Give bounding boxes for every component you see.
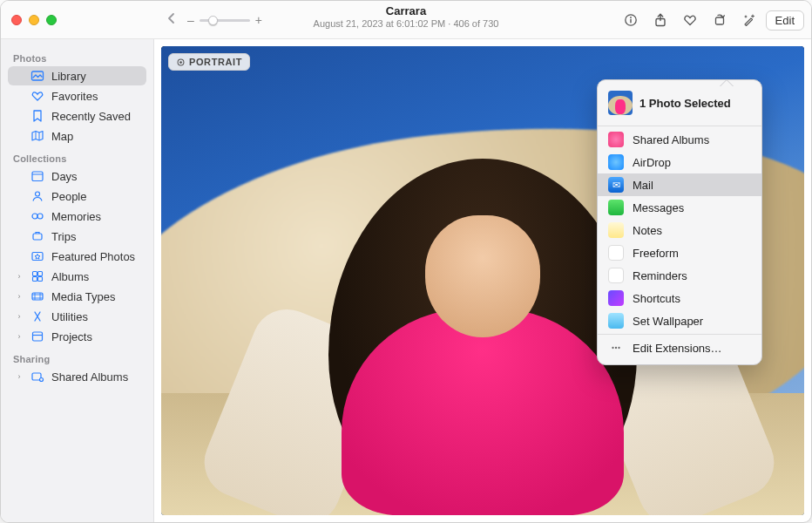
shared-albums-app-icon [608,132,624,147]
svg-rect-4 [715,17,723,24]
chevron-right-icon: › [15,272,24,281]
svg-point-8 [32,214,37,219]
sidebar-item-label: People [51,190,86,203]
sidebar-item-days[interactable]: Days [8,166,146,186]
share-item-set-wallpaper[interactable]: Set Wallpaper [598,309,761,332]
zoom-knob[interactable] [208,16,218,25]
sidebar-item-albums[interactable]: › Albums [8,267,146,286]
svg-rect-15 [38,277,43,282]
sidebar-item-people[interactable]: People [8,187,146,206]
svg-point-22 [612,347,613,349]
sidebar-item-library[interactable]: Library [8,66,146,85]
edit-button[interactable]: Edit [766,10,804,31]
rotate-button[interactable] [707,9,733,31]
sidebar-item-label: Shared Albums [51,370,128,384]
sidebar-item-projects[interactable]: › Projects [8,327,146,346]
mail-app-icon: ✉ [608,177,624,193]
share-item-messages[interactable]: Messages [598,196,761,219]
share-item-shortcuts[interactable]: Shortcuts [598,287,761,309]
chevron-right-icon: › [15,332,24,341]
share-item-label: Mail [633,179,653,192]
svg-rect-10 [33,234,42,240]
albums-icon [30,269,44,283]
sidebar-item-label: Projects [51,330,92,343]
memories-icon [30,209,44,223]
info-button[interactable] [618,9,644,31]
bookmark-icon [30,109,44,123]
auto-enhance-button[interactable] [736,9,762,31]
toolbar-right: Edit [618,1,804,39]
share-item-label: Shortcuts [633,292,680,305]
heart-icon [30,89,44,103]
share-item-airdrop[interactable]: AirDrop [598,151,761,173]
chevron-right-icon: › [15,312,24,321]
close-window-button[interactable] [11,15,22,25]
sidebar-item-featured-photos[interactable]: Featured Photos [8,247,146,266]
sidebar-item-label: Memories [51,210,101,223]
airdrop-app-icon [608,154,624,170]
utilities-icon [30,309,44,323]
sidebar-item-utilities[interactable]: › Utilities [8,307,146,326]
zoom-track[interactable] [200,19,250,22]
svg-point-21 [179,61,182,64]
share-item-label: Shared Albums [633,133,709,146]
extensions-icon [608,340,624,356]
svg-point-1 [630,17,632,18]
back-button[interactable] [163,11,180,29]
svg-rect-11 [32,253,43,261]
minimize-window-button[interactable] [29,15,39,25]
zoom-plus-icon: + [255,13,262,27]
svg-point-9 [37,214,43,219]
share-item-freeform[interactable]: Freeform [598,241,761,264]
svg-rect-17 [33,332,43,341]
sidebar-section-sharing: Sharing [4,347,150,366]
portrait-badge: PORTRAIT [168,53,250,71]
svg-point-24 [618,347,619,349]
trips-icon [30,229,44,243]
share-item-reminders[interactable]: Reminders [598,264,761,287]
sidebar-item-label: Favorites [51,90,98,103]
share-item-shared-albums[interactable]: Shared Albums [598,128,761,151]
sidebar-item-favorites[interactable]: Favorites [8,86,146,105]
sidebar: Photos Library Favorites Recently Saved … [1,39,154,522]
zoom-slider[interactable]: – + [187,13,262,27]
sidebar-item-label: Albums [51,270,89,283]
sidebar-item-shared-albums[interactable]: › Shared Albums [8,367,146,386]
sidebar-item-map[interactable]: Map [8,126,146,146]
share-item-label: AirDrop [633,156,671,169]
photos-window: – + Carrara August 21, 2023 at 6:01:02 P… [0,0,812,523]
share-thumbnail [608,91,633,115]
featured-icon [30,249,44,263]
sidebar-item-memories[interactable]: Memories [8,207,146,226]
maximize-window-button[interactable] [46,15,57,25]
sidebar-item-label: Library [51,70,86,83]
sidebar-item-recently-saved[interactable]: Recently Saved [8,106,146,126]
people-icon [30,189,44,203]
share-item-edit-extensions[interactable]: Edit Extensions… [598,336,761,359]
projects-icon [30,329,44,343]
svg-point-23 [615,347,617,349]
chevron-right-icon: › [15,372,24,381]
map-icon [30,129,44,143]
portrait-badge-label: PORTRAIT [189,57,242,67]
shortcuts-app-icon [608,290,624,306]
titlebar: – + Carrara August 21, 2023 at 6:01:02 P… [1,1,811,39]
share-item-mail[interactable]: ✉ Mail [598,173,761,196]
share-item-label: Freeform [633,247,679,260]
svg-rect-13 [38,272,43,276]
share-item-notes[interactable]: Notes [598,219,761,241]
content-area: Photos Library Favorites Recently Saved … [1,39,811,522]
svg-point-19 [40,378,44,382]
sidebar-item-media-types[interactable]: › Media Types [8,287,146,306]
share-button[interactable] [647,9,673,31]
sidebar-item-label: Media Types [51,290,115,303]
sidebar-item-trips[interactable]: Trips [8,227,146,246]
window-controls [11,15,57,25]
svg-rect-14 [33,277,37,282]
svg-rect-12 [33,272,37,276]
favorite-button[interactable] [677,9,703,31]
share-popover-title: 1 Photo Selected [639,97,731,110]
sidebar-section-collections: Collections [4,146,150,166]
divider [598,334,761,335]
photo-stage: PORTRAIT 1 Photo Selected Shared Albums [154,39,811,522]
